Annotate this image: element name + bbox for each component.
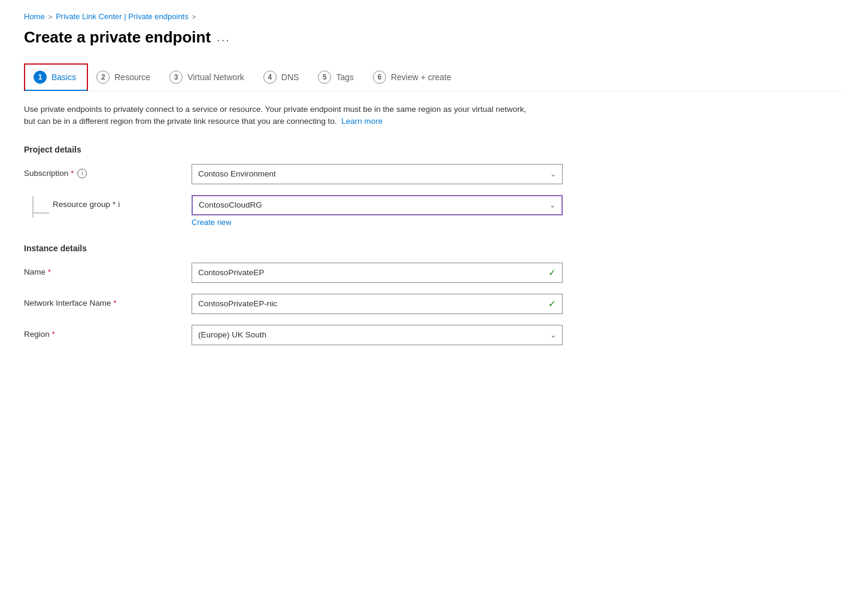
page-title: Create a private endpoint (24, 28, 211, 47)
breadcrumb-sep2: > (192, 13, 196, 20)
nic-control: ContosoPrivateEP-nic ✓ (192, 294, 563, 314)
name-input[interactable]: ContosoPrivateEP ✓ (192, 263, 563, 283)
region-row: Region * (Europe) UK South ⌄ (24, 325, 563, 345)
subscription-control: Contoso Environment ⌄ (192, 164, 563, 184)
name-check-icon: ✓ (548, 267, 556, 278)
subscription-info-icon[interactable]: i (77, 169, 87, 178)
wizard-tabs: 1 Basics 2 Resource 3 Virtual Network 4 … (24, 63, 844, 92)
nic-label-text: Network Interface Name (24, 299, 111, 307)
rg-control: ContosoCloudRG ⌄ Create new (192, 195, 563, 227)
tab-basics-label: Basics (51, 72, 76, 82)
region-control: (Europe) UK South ⌄ (192, 325, 563, 345)
rg-value: ContosoCloudRG (199, 200, 262, 209)
breadcrumb-private-link[interactable]: Private Link Center | Private endpoints (56, 12, 189, 21)
instance-details-section: Instance details Name * ContosoPrivateEP… (24, 243, 844, 345)
nic-name-row: Network Interface Name * ContosoPrivateE… (24, 294, 563, 314)
rg-label-text: Resource group (53, 200, 110, 209)
tab-virtual-network[interactable]: 3 Virtual Network (161, 65, 255, 90)
project-details-section: Project details Subscription * i Contoso… (24, 145, 844, 227)
region-label: Region * (24, 325, 192, 339)
page-title-container: Create a private endpoint ... (24, 28, 844, 47)
resource-group-dropdown[interactable]: ContosoCloudRG ⌄ (192, 195, 563, 215)
tab-tags[interactable]: 5 Tags (309, 65, 365, 90)
rg-horiz-wrap (32, 208, 49, 218)
nic-value: ContosoPrivateEP-nic (198, 299, 277, 308)
tab-review-number: 6 (373, 71, 386, 84)
subscription-required: * (71, 169, 74, 178)
instance-details-header: Instance details (24, 243, 844, 253)
description-body: Use private endpoints to privately conne… (24, 105, 526, 126)
tab-basics[interactable]: 1 Basics (24, 63, 88, 91)
subscription-label: Subscription * i (24, 164, 192, 178)
rg-vertical-line (32, 196, 34, 208)
tab-resource[interactable]: 2 Resource (88, 65, 161, 90)
subscription-row: Subscription * i Contoso Environment ⌄ (24, 164, 563, 184)
nic-name-input[interactable]: ContosoPrivateEP-nic ✓ (192, 294, 563, 314)
name-control: ContosoPrivateEP ✓ (192, 263, 563, 283)
rg-chevron-icon: ⌄ (550, 201, 556, 209)
subscription-dropdown[interactable]: Contoso Environment ⌄ (192, 164, 563, 184)
rg-horiz-line (34, 212, 49, 214)
tab-resource-label: Resource (114, 72, 150, 82)
region-label-text: Region (24, 330, 50, 339)
rg-line-wrap (32, 195, 49, 218)
rg-connector: Resource group * i (24, 195, 192, 218)
rg-info-icon[interactable]: i (118, 200, 120, 209)
tab-vnet-number: 3 (169, 71, 183, 84)
project-details-header: Project details (24, 145, 844, 154)
learn-more-link[interactable]: Learn more (341, 117, 383, 126)
create-new-link[interactable]: Create new (192, 218, 231, 227)
tab-resource-number: 2 (96, 71, 110, 84)
rg-required: * (113, 200, 116, 209)
name-label-text: Name (24, 267, 45, 276)
region-chevron-icon: ⌄ (550, 331, 556, 339)
breadcrumb-sep1: > (48, 13, 52, 20)
name-row: Name * ContosoPrivateEP ✓ (24, 263, 563, 283)
tab-dns[interactable]: 4 DNS (255, 65, 310, 90)
nic-label: Network Interface Name * (24, 294, 192, 307)
name-label: Name * (24, 263, 192, 276)
tab-dns-label: DNS (281, 72, 299, 82)
tab-tags-number: 5 (318, 71, 331, 84)
tab-review-create[interactable]: 6 Review + create (365, 65, 462, 90)
subscription-chevron-icon: ⌄ (550, 170, 556, 178)
tab-tags-label: Tags (336, 72, 354, 82)
tab-vnet-label: Virtual Network (187, 72, 244, 82)
name-required: * (48, 267, 51, 276)
region-dropdown[interactable]: (Europe) UK South ⌄ (192, 325, 563, 345)
breadcrumb-home[interactable]: Home (24, 12, 45, 21)
description-text: Use private endpoints to privately conne… (24, 103, 539, 128)
nic-required: * (114, 299, 117, 307)
name-value: ContosoPrivateEP (198, 268, 264, 277)
region-value: (Europe) UK South (198, 330, 266, 339)
page-title-ellipsis[interactable]: ... (217, 31, 230, 44)
resource-group-row: Resource group * i ContosoCloudRG ⌄ Crea… (24, 195, 563, 227)
subscription-value: Contoso Environment (198, 169, 276, 178)
subscription-label-text: Subscription (24, 169, 68, 178)
breadcrumb: Home > Private Link Center | Private end… (24, 12, 844, 21)
rg-label-container: Resource group * i (53, 195, 120, 209)
tab-review-label: Review + create (391, 72, 451, 82)
region-required: * (52, 330, 55, 339)
tab-dns-number: 4 (263, 71, 277, 84)
tab-basics-number: 1 (34, 71, 47, 84)
nic-check-icon: ✓ (548, 299, 556, 309)
